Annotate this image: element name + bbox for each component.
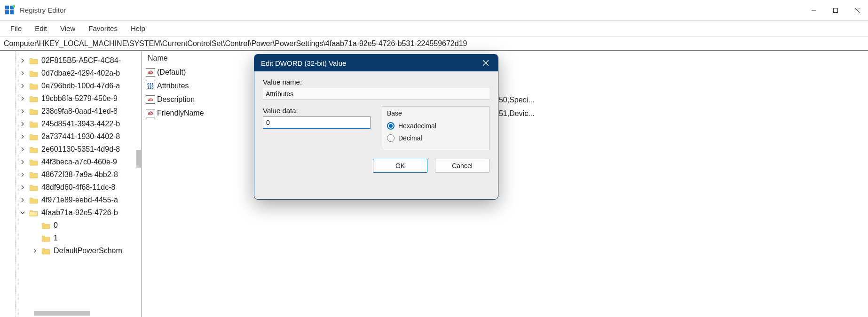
tree-item[interactable]: 48df9d60-4f68-11dc-8 <box>0 181 142 193</box>
tree-item[interactable]: 48672f38-7a9a-4bb2-8 <box>0 168 142 181</box>
chevron-right-icon[interactable] <box>19 82 26 90</box>
menu-help[interactable]: Help <box>124 23 152 34</box>
app-icon <box>5 5 15 15</box>
menu-view[interactable]: View <box>54 23 82 34</box>
tree-item[interactable]: 0 <box>0 219 142 232</box>
tree-item[interactable]: 238c9fa8-0aad-41ed-8 <box>0 105 142 117</box>
chevron-right-icon[interactable] <box>19 158 26 166</box>
valuedata-label: Value data: <box>263 107 371 115</box>
chevron-down-icon[interactable] <box>19 209 26 216</box>
dialog-title-bar[interactable]: Edit DWORD (32-bit) Value <box>254 54 498 71</box>
vertical-scrollbar-thumb[interactable] <box>136 150 141 168</box>
radio-dec-row[interactable]: Decimal <box>387 132 484 144</box>
tree-item-label: 19cbb8fa-5279-450e-9 <box>41 94 118 103</box>
radio-dec-label: Decimal <box>398 134 422 142</box>
tree-item-label: 48df9d60-4f68-11dc-8 <box>41 183 115 192</box>
list-pane[interactable]: Name ab(Default)011110AttributesabDescri… <box>142 51 868 317</box>
chevron-right-icon[interactable] <box>19 95 26 102</box>
tree-item[interactable]: 4faab71a-92e5-4726-b <box>0 206 142 219</box>
menu-bar: File Edit View Favorites Help <box>0 21 868 37</box>
chevron-right-icon[interactable] <box>19 108 26 115</box>
tree-item[interactable]: 1 <box>0 232 142 244</box>
tree-item-label: 2a737441-1930-4402-8 <box>41 132 120 141</box>
tree-item-label: 238c9fa8-0aad-41ed-8 <box>41 107 118 116</box>
list-row[interactable]: ab(Default) <box>145 65 865 79</box>
edit-dword-dialog: Edit DWORD (32-bit) Value Value name: Va… <box>254 54 498 200</box>
tree-pane[interactable]: 02F815B5-A5CF-4C84- 0d7dbae2-4294-402a-b… <box>0 51 142 317</box>
tree-item[interactable]: 02F815B5-A5CF-4C84- <box>0 54 142 67</box>
svg-rect-2 <box>5 10 9 14</box>
tree-item-label: 0d7dbae2-4294-402a-b <box>41 69 120 77</box>
tree-item-label: DefaultPowerSchem <box>54 247 122 255</box>
address-bar[interactable]: Computer\HKEY_LOCAL_MACHINE\SYSTEM\Curre… <box>0 37 868 51</box>
list-header-name[interactable]: Name <box>145 51 865 65</box>
list-value-name: Description <box>157 95 195 104</box>
chevron-right-icon[interactable] <box>19 57 26 64</box>
tree-item[interactable]: 245d8541-3943-4422-b <box>0 117 142 130</box>
list-value-data: 150,Speci... <box>495 96 535 104</box>
chevron-right-icon[interactable] <box>19 196 26 204</box>
maximize-button[interactable] <box>825 2 846 18</box>
tree-item[interactable]: 2a737441-1930-4402-8 <box>0 130 142 143</box>
tree-item-label: 02F815B5-A5CF-4C84- <box>41 56 121 65</box>
tree-item-label: 4f971e89-eebd-4455-a <box>41 196 118 204</box>
tree-item[interactable]: 2e601130-5351-4d9d-8 <box>0 143 142 155</box>
radio-hex-label: Hexadecimal <box>398 122 436 130</box>
base-group: Base Hexadecimal Decimal <box>382 106 489 150</box>
svg-rect-6 <box>834 8 838 12</box>
list-value-name: (Default) <box>157 68 186 77</box>
chevron-right-icon[interactable] <box>31 247 39 255</box>
tree-item[interactable]: 0e796bdb-100d-47d6-a <box>0 79 142 92</box>
list-value-name: FriendlyName <box>157 109 204 117</box>
dword-icon: 011110 <box>146 82 155 90</box>
close-button[interactable] <box>846 2 868 18</box>
tree-item[interactable]: DefaultPowerSchem <box>0 244 142 257</box>
list-value-data: 151,Devic... <box>495 109 534 118</box>
tree-item-label: 4faab71a-92e5-4726-b <box>41 209 118 217</box>
address-path: Computer\HKEY_LOCAL_MACHINE\SYSTEM\Curre… <box>4 39 467 48</box>
base-label: Base <box>387 109 484 117</box>
chevron-right-icon[interactable] <box>19 171 26 178</box>
radio-hex[interactable] <box>387 122 395 130</box>
tree-item[interactable]: 0d7dbae2-4294-402a-b <box>0 67 142 79</box>
string-icon: ab <box>146 95 155 104</box>
tree-item-label: 0 <box>54 221 58 230</box>
string-icon: ab <box>146 109 155 117</box>
svg-point-4 <box>13 5 16 8</box>
radio-hex-row[interactable]: Hexadecimal <box>387 120 484 132</box>
radio-dec[interactable] <box>387 134 395 142</box>
chevron-right-icon[interactable] <box>19 70 26 77</box>
dialog-title: Edit DWORD (32-bit) Value <box>261 59 346 67</box>
tree-item-label: 0e796bdb-100d-47d6-a <box>41 82 120 90</box>
valuename-field[interactable] <box>263 88 489 100</box>
chevron-right-icon[interactable] <box>19 120 26 128</box>
menu-favorites[interactable]: Favorites <box>82 23 124 34</box>
valuedata-input[interactable] <box>263 116 371 129</box>
chevron-right-icon[interactable] <box>19 184 26 191</box>
string-icon: ab <box>146 68 155 77</box>
tree-item-label: 48672f38-7a9a-4bb2-8 <box>41 170 118 179</box>
cancel-button[interactable]: Cancel <box>435 159 489 173</box>
svg-rect-0 <box>5 5 9 9</box>
chevron-right-icon[interactable] <box>19 146 26 153</box>
tree-item[interactable]: 19cbb8fa-5279-450e-9 <box>0 92 142 105</box>
dialog-close-button[interactable] <box>480 57 491 69</box>
minimize-button[interactable] <box>803 2 825 18</box>
tree-item[interactable]: 44f3beca-a7c0-460e-9 <box>0 155 142 168</box>
tree-item-label: 44f3beca-a7c0-460e-9 <box>41 158 117 166</box>
list-row[interactable]: 011110Attributes <box>145 79 865 93</box>
horizontal-scrollbar-thumb[interactable] <box>34 311 90 316</box>
ok-button[interactable]: OK <box>373 159 427 173</box>
menu-file[interactable]: File <box>4 23 28 34</box>
tree-item-label: 245d8541-3943-4422-b <box>41 120 120 128</box>
list-value-name: Attributes <box>157 82 189 90</box>
title-bar: Registry Editor <box>0 0 868 21</box>
menu-edit[interactable]: Edit <box>28 23 54 34</box>
tree-item-label: 2e601130-5351-4d9d-8 <box>41 145 120 154</box>
window-title: Registry Editor <box>20 6 66 14</box>
tree-item[interactable]: 4f971e89-eebd-4455-a <box>0 193 142 206</box>
valuename-label: Value name: <box>263 78 489 86</box>
tree-item-label: 1 <box>54 234 58 242</box>
chevron-right-icon[interactable] <box>19 133 26 140</box>
svg-rect-3 <box>10 10 14 14</box>
